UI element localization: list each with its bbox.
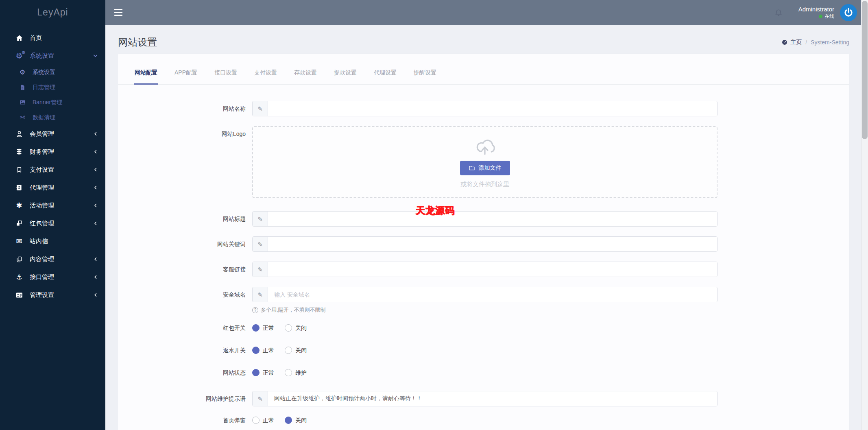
tab-agent-settings[interactable]: 代理设置: [373, 54, 397, 85]
avatar[interactable]: [840, 4, 857, 21]
image-icon: [18, 99, 27, 106]
folder-icon: [469, 165, 475, 171]
sidebar-item-content-management[interactable]: 内容管理: [0, 250, 105, 268]
radio-option-label: 正常: [263, 416, 274, 424]
user-icon: [14, 130, 24, 138]
redpacket-switch-option-0[interactable]: 正常: [252, 324, 274, 332]
radio-selected-icon[interactable]: [252, 347, 260, 354]
sidebar: LeyApi 首页⚙⚙系统设置⚙系统设置日志管理Banner管理✂数据清理会员管…: [0, 0, 105, 430]
boxes-icon: [14, 220, 24, 227]
pencil-icon: ✎: [253, 262, 268, 277]
sidebar-item-member-management[interactable]: 会员管理: [0, 125, 105, 143]
service-link-control: ✎: [252, 262, 718, 277]
tab-api-settings[interactable]: 接口设置: [214, 54, 238, 85]
power-icon: [843, 7, 854, 18]
safe-domain-input[interactable]: [268, 287, 717, 302]
settings-form: 网站名称✎网站Logo添加文件或将文件拖到这里网站标题✎网站关键词✎客服链接✎安…: [118, 85, 849, 430]
tab-site-config[interactable]: 网站配置: [134, 54, 158, 85]
sidebar-item-redpacket-management[interactable]: 红包管理: [0, 214, 105, 232]
site-name-input[interactable]: [268, 101, 717, 116]
logo-upload-dropzone[interactable]: 添加文件或将文件拖到这里: [252, 126, 718, 198]
username: Administrator: [798, 5, 834, 13]
sidebar-item-payment-settings[interactable]: 支付设置: [0, 161, 105, 179]
sidebar-item-system-settings[interactable]: ⚙⚙系统设置: [0, 47, 105, 65]
sidebar-item-home[interactable]: 首页: [0, 29, 105, 47]
site-status-control: 正常维护: [252, 369, 718, 377]
form-row-redpacket-switch: 红包开关正常关闭: [133, 324, 849, 332]
app-logo: LeyApi: [0, 0, 105, 25]
add-file-button[interactable]: 添加文件: [460, 161, 510, 175]
radio-selected-icon[interactable]: [252, 369, 260, 376]
chevron-left-icon: [93, 149, 98, 154]
cog-icon: ⚙: [18, 69, 27, 76]
tab-deposit-settings[interactable]: 存款设置: [294, 54, 317, 85]
tab-withdraw-settings[interactable]: 提款设置: [334, 54, 357, 85]
scrollbar-thumb[interactable]: [862, 1, 868, 139]
site-name-label: 网站名称: [133, 101, 246, 116]
topbar-right: Administrator 在线: [774, 4, 857, 21]
safe-domain-help: ?多个用,隔开，不填则不限制: [252, 306, 718, 314]
tab-app-config[interactable]: APP配置: [174, 54, 198, 85]
service-link-input[interactable]: [268, 262, 717, 277]
sidebar-item-label: 会员管理: [30, 130, 54, 138]
topbar: Administrator 在线: [105, 0, 861, 25]
chevron-left-icon: [93, 221, 98, 226]
breadcrumb-home-link[interactable]: 主页: [781, 39, 802, 46]
form-row-maintenance-message: 网站维护提示语✎: [133, 391, 849, 406]
radio-selected-icon[interactable]: [285, 417, 292, 424]
radio-unselected-icon[interactable]: [285, 347, 292, 354]
rebate-switch-option-0[interactable]: 正常: [252, 346, 274, 354]
sidebar-subitem-label: 日志管理: [33, 84, 55, 91]
site-title-input[interactable]: [268, 212, 717, 226]
home-popup-option-1[interactable]: 关闭: [285, 416, 307, 424]
sidebar-item-admin-settings[interactable]: 管理设置: [0, 286, 105, 304]
sidebar-item-agent-management[interactable]: 代理管理: [0, 179, 105, 196]
sidebar-item-api-management[interactable]: ⚓接口管理: [0, 268, 105, 286]
radio-unselected-icon[interactable]: [285, 369, 292, 376]
pencil-icon: ✎: [253, 391, 268, 406]
site-status-radio-group: 正常维护: [252, 369, 718, 377]
maintenance-message-input[interactable]: [268, 391, 717, 406]
site-title-control: ✎: [252, 211, 718, 227]
safe-domain-control: ✎?多个用,隔开，不填则不限制: [252, 287, 718, 314]
sidebar-toggle-button[interactable]: [114, 7, 126, 19]
sidebar-item-label: 接口管理: [30, 273, 54, 281]
sidebar-subitem-log-management[interactable]: 日志管理: [0, 80, 105, 95]
notifications-bell-icon[interactable]: [774, 8, 783, 17]
rebate-switch-option-1[interactable]: 关闭: [285, 346, 307, 354]
maintenance-message-input-group: ✎: [252, 391, 718, 406]
sidebar-item-activity-management[interactable]: ✱活动管理: [0, 196, 105, 214]
tab-remind-settings[interactable]: 提醒设置: [413, 54, 437, 85]
radio-unselected-icon[interactable]: [252, 417, 260, 424]
site-keywords-input[interactable]: [268, 237, 717, 251]
online-status-dot: [819, 15, 822, 18]
site-status-option-0[interactable]: 正常: [252, 369, 274, 377]
sidebar-subitem-banner-management[interactable]: Banner管理: [0, 95, 105, 110]
chevron-left-icon: [93, 275, 98, 279]
sidebar-item-finance-management[interactable]: 财务管理: [0, 143, 105, 161]
form-row-site-keywords: 网站关键词✎: [133, 236, 849, 252]
radio-unselected-icon[interactable]: [285, 324, 292, 332]
sidebar-subitem-data-cleanup[interactable]: ✂数据清理: [0, 110, 105, 125]
site-logo-control: 添加文件或将文件拖到这里: [252, 126, 718, 198]
page-scrollbar[interactable]: [861, 0, 868, 430]
radio-selected-icon[interactable]: [252, 324, 260, 332]
tab-pay-settings[interactable]: 支付设置: [254, 54, 277, 85]
settings-card: 网站配置APP配置接口设置支付设置存款设置提款设置代理设置提醒设置 网站名称✎网…: [118, 54, 849, 430]
radio-option-label: 正常: [263, 346, 274, 354]
page-title: 网站设置: [118, 36, 157, 49]
home-popup-option-0[interactable]: 正常: [252, 416, 274, 424]
sidebar-item-site-mail[interactable]: ✉站内信: [0, 232, 105, 250]
site-status-label: 网站状态: [133, 369, 246, 377]
form-row-safe-domain: 安全域名✎?多个用,隔开，不填则不限制: [133, 287, 849, 314]
sidebar-subitem-system-settings-sub[interactable]: ⚙系统设置: [0, 65, 105, 80]
form-row-rebate-switch: 返水开关正常关闭: [133, 346, 849, 354]
id-card-icon: [14, 291, 24, 299]
main-area: Administrator 在线 网站设置 主页: [105, 0, 861, 430]
redpacket-switch-option-1[interactable]: 关闭: [285, 324, 307, 332]
sidebar-item-label: 管理设置: [30, 291, 54, 299]
user-menu[interactable]: Administrator 在线: [798, 5, 834, 20]
site-status-option-1[interactable]: 维护: [285, 369, 307, 377]
pencil-icon: ✎: [253, 212, 268, 226]
sidebar-item-label: 红包管理: [30, 220, 54, 227]
